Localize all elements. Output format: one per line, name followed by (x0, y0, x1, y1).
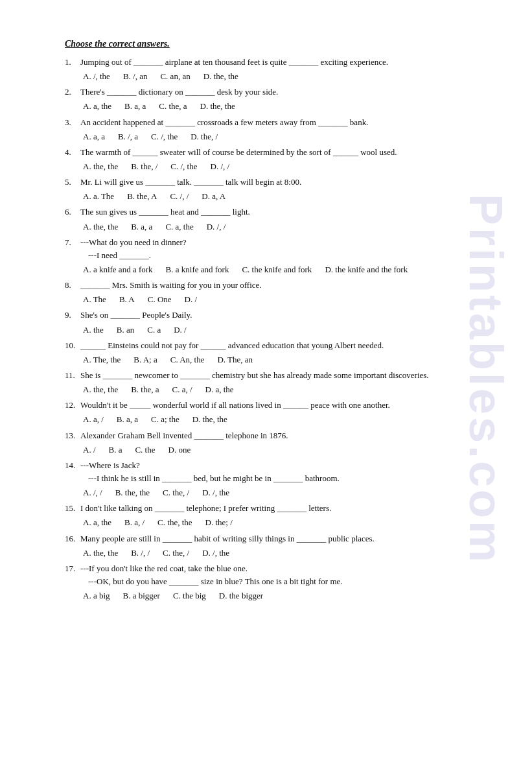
answer-options: A. a, theB. a, aC. the, aD. the, the (80, 100, 480, 113)
answer-option: D. the knife and the fork (325, 263, 408, 276)
question-item: Jumping out of _______ airplane at ten t… (65, 56, 480, 83)
answer-option: B. /, a (118, 130, 138, 143)
answer-options: A. The, theB. A; aC. An, theD. The, an (80, 353, 480, 366)
answer-option: C. /, the (170, 160, 197, 173)
question-item: Many people are still in _______ habit o… (65, 532, 480, 560)
question-item: I don't like talking on _______ telephon… (65, 502, 480, 529)
question-text: Wouldn't it be _____ wonderful world if … (80, 399, 480, 412)
answer-option: C. /, / (170, 190, 189, 203)
question-item: Mr. Li will give us _______ talk. ______… (65, 176, 480, 203)
answer-option: B. A (119, 293, 135, 306)
question-item: Alexander Graham Bell invented _______ t… (65, 429, 480, 456)
answer-option: D. one (168, 444, 191, 456)
answer-options: A. /, /B. the, theC. the, /D. /, the (80, 486, 480, 499)
answer-option: A. a big (83, 589, 110, 602)
question-text: Jumping out of _______ airplane at ten t… (80, 56, 480, 69)
dialog-line: ---OK, but do you have _______ size in b… (80, 575, 480, 588)
answer-option: C. /, the (151, 130, 178, 143)
answer-option: C. the, the (157, 516, 192, 529)
answer-option: B. the, the (115, 486, 150, 499)
answer-option: D. the, the (200, 100, 235, 113)
answer-option: B. /, / (131, 547, 150, 560)
answer-option: A. The, the (83, 353, 121, 366)
answer-option: C. a; the (151, 413, 179, 426)
question-item: She's on _______ People's Daily.A. theB.… (65, 309, 480, 336)
answer-option: B. a bigger (123, 589, 160, 602)
answer-option: C. a, / (172, 383, 192, 396)
answer-option: D. the, the (192, 413, 227, 426)
answer-option: A. the, the (83, 160, 118, 173)
answer-option: D. / (174, 324, 187, 337)
answer-options: A. the, theB. the, aC. a, /D. a, the (80, 383, 480, 396)
answer-option: B. a, a (131, 220, 152, 233)
question-item: The warmth of ______ sweater will of cou… (65, 146, 480, 173)
answer-option: B. the, A (127, 190, 157, 203)
answer-option: D. / (185, 293, 198, 306)
dialog-line: ---I need _______. (80, 249, 480, 262)
answer-option: A. the, the (83, 383, 118, 396)
answer-option: B. a knife and fork (166, 263, 229, 276)
answer-option: B. a, a (124, 100, 146, 113)
answer-option: C. the big (173, 589, 206, 602)
question-item: There's _______ dictionary on _______ de… (65, 86, 480, 113)
answer-option: A. a, the (83, 516, 111, 529)
answer-options: A. /, theB. /, anC. an, anD. the, the (80, 70, 480, 83)
answer-option: D. the, the (203, 70, 238, 83)
question-text: The sun gives us _______ heat and ______… (80, 206, 480, 219)
answer-option: B. a, a (117, 413, 138, 426)
answer-options: A. a bigB. a biggerC. the bigD. the bigg… (80, 589, 480, 602)
dialog-line: ---I think he is still in _______ bed, b… (80, 472, 480, 485)
answer-option: A. / (83, 444, 96, 456)
worksheet-title: Choose the correct answers. (65, 39, 480, 49)
answer-option: C. the (135, 444, 155, 456)
answer-option: C. a, the (165, 220, 193, 233)
question-item: _______ Mrs. Smith is waiting for you in… (65, 279, 480, 306)
answer-option: B. a (109, 444, 122, 456)
answer-options: A. the, theB. a, aC. a, theD. /, / (80, 220, 480, 233)
answer-option: B. A; a (133, 353, 157, 366)
answer-option: C. One (148, 293, 172, 306)
answer-option: C. the, a (159, 100, 187, 113)
question-text: I don't like talking on _______ telephon… (80, 502, 480, 515)
answer-option: A. a. The (83, 190, 114, 203)
answer-option: D. the; / (205, 516, 233, 529)
question-item: Wouldn't it be _____ wonderful world if … (65, 399, 480, 426)
answer-option: C. the, / (163, 547, 189, 560)
answer-options: A. the, theB. /, /C. the, /D. /, the (80, 547, 480, 560)
answer-option: B. the, / (131, 160, 157, 173)
answer-option: D. The, an (217, 353, 253, 366)
answer-option: A. /, / (83, 486, 102, 499)
dialog-line: ---Where is Jack? (80, 459, 480, 472)
answer-option: D. the, / (191, 130, 218, 143)
question-item: She is _______ newcomer to _______ chemi… (65, 369, 480, 396)
question-text: Alexander Graham Bell invented _______ t… (80, 429, 480, 442)
answer-options: A. a. TheB. the, AC. /, /D. a, A (80, 190, 480, 203)
answer-option: D. /, / (207, 220, 226, 233)
question-text: An accident happened at _______ crossroa… (80, 116, 480, 129)
answer-options: A. the, theB. the, /C. /, theD. /, / (80, 160, 480, 173)
answer-option: A. /, the (83, 70, 110, 83)
answer-option: C. the, / (163, 486, 189, 499)
answer-option: A. The (83, 293, 106, 306)
question-text: _______ Mrs. Smith is waiting for you in… (80, 279, 480, 292)
answer-options: A. theB. anC. aD. / (80, 324, 480, 337)
answer-option: D. the bigger (219, 589, 263, 602)
answer-option: A. a, a (83, 130, 105, 143)
answer-option: A. a, the (83, 100, 111, 113)
answer-option: C. An, the (170, 353, 205, 366)
answer-option: C. an, an (160, 70, 190, 83)
answer-option: D. a, A (202, 190, 226, 203)
answer-options: A. /B. aC. theD. one (80, 444, 480, 456)
question-text: The warmth of ______ sweater will of cou… (80, 146, 480, 159)
answer-option: B. /, an (123, 70, 148, 83)
dialog-line: ---If you don't like the red coat, take … (80, 562, 480, 575)
dialog-line: ---What do you need in dinner? (80, 236, 480, 249)
answer-option: A. the (83, 324, 104, 337)
question-text: Mr. Li will give us _______ talk. ______… (80, 176, 480, 189)
answer-option: B. the, a (131, 383, 159, 396)
question-item: An accident happened at _______ crossroa… (65, 116, 480, 143)
answer-option: D. /, / (211, 160, 230, 173)
question-text: Many people are still in _______ habit o… (80, 532, 480, 545)
answer-option: A. the, the (83, 220, 118, 233)
answer-option: A. a knife and a fork (83, 263, 153, 276)
